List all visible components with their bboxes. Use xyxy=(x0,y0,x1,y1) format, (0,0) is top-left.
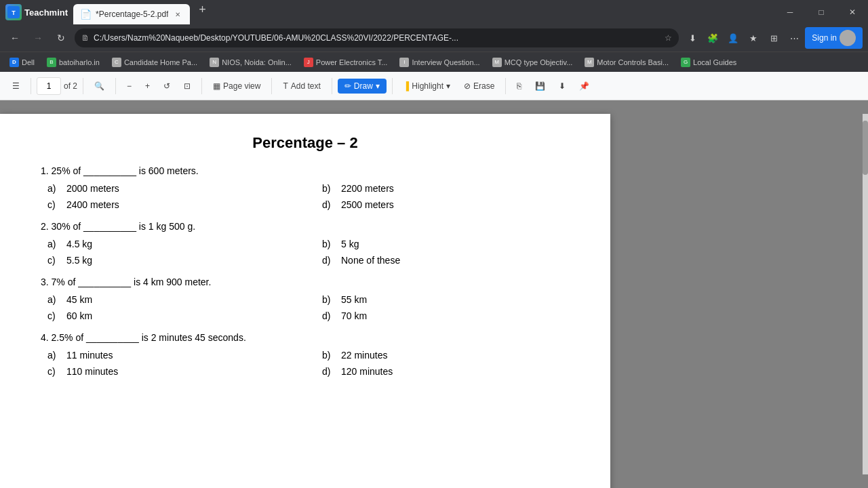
active-tab-label: *Percentage-5-2.pdf xyxy=(96,9,168,19)
rotate-button[interactable]: ↺ xyxy=(158,79,176,94)
q2-option-a: a) 4.5 kg xyxy=(47,237,295,251)
search-button[interactable]: 🔍 xyxy=(89,79,110,94)
page-view-button[interactable]: ▦ Page view xyxy=(208,79,266,94)
zoom-in-button[interactable]: + xyxy=(140,79,155,94)
pdf-scrollbar[interactable] xyxy=(863,114,868,474)
q3-c-text: 60 km xyxy=(66,310,92,321)
page-view-icon: ▦ xyxy=(213,81,220,91)
separator-5 xyxy=(271,78,272,94)
q1-a-label: a) xyxy=(47,183,61,194)
bookmark-dell[interactable]: D Dell xyxy=(5,56,39,68)
q1-d-label: d) xyxy=(322,199,336,210)
extensions-icon[interactable]: 🧩 xyxy=(703,28,722,47)
question-4-text: 4. 2.5% of __________ is 2 minutes 45 se… xyxy=(41,332,570,343)
highlight-button[interactable]: ▐ Highlight ▾ xyxy=(398,79,456,94)
svg-text:T: T xyxy=(12,9,16,16)
bookmark-candidate[interactable]: C Candidate Home Pa... xyxy=(108,56,201,68)
erase-button[interactable]: ⊘ Erase xyxy=(458,79,500,94)
q4-option-a: a) 11 minutes xyxy=(47,348,295,362)
address-bar-row: ← → ↻ 🗎 C:/Users/Nazm%20Naqueeb/Desktop/… xyxy=(0,24,868,52)
separator-1 xyxy=(31,78,31,94)
app-name-label: Teachmint xyxy=(24,7,68,18)
minimize-button[interactable]: ─ xyxy=(774,0,806,24)
downloads-icon[interactable]: ⬇ xyxy=(683,28,702,47)
bookmark-motor-icon: M xyxy=(585,58,594,67)
q4-a-text: 11 minutes xyxy=(66,350,113,361)
draw-chevron-icon: ▾ xyxy=(376,81,380,91)
separator-4 xyxy=(201,78,202,94)
favorites-icon[interactable]: ★ xyxy=(744,28,763,47)
q3-c-label: c) xyxy=(47,310,61,321)
q4-a-label: a) xyxy=(47,350,61,361)
q2-c-label: c) xyxy=(47,255,61,266)
active-tab[interactable]: 📄 *Percentage-5-2.pdf ✕ xyxy=(73,4,190,24)
bookmark-interview[interactable]: I Interview Question... xyxy=(395,56,484,68)
address-bar[interactable]: 🗎 C:/Users/Nazm%20Naqueeb/Desktop/YOUTUB… xyxy=(75,28,679,47)
forward-button[interactable]: → xyxy=(28,28,47,47)
bookmark-localguides[interactable]: G Local Guides xyxy=(677,56,741,68)
pdf-content-area: Percentage – 2 1. 25% of __________ is 6… xyxy=(0,100,868,488)
more-tools-icon[interactable]: ⋯ xyxy=(785,28,804,47)
q3-option-d: d) 70 km xyxy=(322,309,570,323)
fit-button[interactable]: ⊡ xyxy=(178,79,196,94)
q4-d-label: d) xyxy=(322,366,336,377)
q1-option-c: c) 2400 meters xyxy=(47,198,295,211)
q3-option-a: a) 45 km xyxy=(47,293,295,306)
q1-c-text: 2400 meters xyxy=(66,199,119,210)
separator-7 xyxy=(392,78,393,94)
profile-icon[interactable]: 👤 xyxy=(724,28,743,47)
q2-d-text: None of these xyxy=(341,255,400,266)
rotate-icon: ↺ xyxy=(163,81,170,91)
pin-button[interactable]: 📌 xyxy=(574,79,595,94)
q4-option-d: d) 120 minutes xyxy=(322,365,570,378)
question-1: 1. 25% of __________ is 600 meters. a) 2… xyxy=(41,165,570,211)
bookmark-nios[interactable]: N NIOS, Noida: Onlin... xyxy=(205,56,296,68)
question-2-options: a) 4.5 kg b) 5 kg c) 5.5 kg d) xyxy=(47,237,570,267)
back-button[interactable]: ← xyxy=(5,28,24,47)
separator-3 xyxy=(115,78,116,94)
lock-icon: 🗎 xyxy=(81,33,90,43)
collections-icon[interactable]: ⊞ xyxy=(764,28,783,47)
sidebar-toggle-button[interactable]: ☰ xyxy=(7,79,25,94)
q1-text: 25% of __________ is 600 meters. xyxy=(52,165,199,176)
draw-icon: ✏ xyxy=(344,81,351,91)
bookmark-power[interactable]: J Power Electronics T... xyxy=(300,56,392,68)
app-logo: T Teachmint xyxy=(0,0,73,24)
bookmark-candidate-label: Candidate Home Pa... xyxy=(124,58,197,66)
bookmark-star-icon[interactable]: ☆ xyxy=(665,33,672,43)
q1-b-label: b) xyxy=(322,183,336,194)
save-button[interactable]: 💾 xyxy=(530,79,551,94)
add-text-button[interactable]: T Add text xyxy=(277,79,326,94)
maximize-button[interactable]: □ xyxy=(806,0,837,24)
bookmark-power-icon: J xyxy=(304,58,313,67)
bookmark-motor[interactable]: M Motor Controls Basi... xyxy=(580,56,673,68)
download-button[interactable]: ⬇ xyxy=(553,79,571,94)
draw-button[interactable]: ✏ Draw ▾ xyxy=(338,79,387,94)
question-1-options: a) 2000 meters b) 2200 meters c) 2400 me… xyxy=(47,182,570,211)
zoom-out-button[interactable]: − xyxy=(121,79,137,94)
page-number-input[interactable] xyxy=(37,77,61,95)
bookmark-candidate-icon: C xyxy=(112,58,121,67)
q4-c-text: 110 minutes xyxy=(66,366,118,377)
new-tab-button[interactable]: + xyxy=(193,0,212,19)
bookmark-batoiharlo[interactable]: B batoiharlo.in xyxy=(43,56,104,68)
q4-b-label: b) xyxy=(322,350,336,361)
highlight-icon: ▐ xyxy=(403,81,410,91)
close-button[interactable]: ✕ xyxy=(837,0,868,24)
copy-button[interactable]: ⎘ xyxy=(511,79,527,94)
q1-d-text: 2500 meters xyxy=(341,199,394,210)
reload-button[interactable]: ↻ xyxy=(52,28,71,47)
highlight-chevron-icon: ▾ xyxy=(446,81,450,91)
profile-avatar xyxy=(840,30,856,46)
q2-b-text: 5 kg xyxy=(341,239,359,249)
q2-number: 2. xyxy=(41,221,49,232)
erase-icon: ⊘ xyxy=(464,81,471,91)
sign-in-button[interactable]: Sign in xyxy=(805,27,863,49)
sidebar-toggle-icon: ☰ xyxy=(12,81,20,91)
bookmark-mcq[interactable]: M MCQ type Objectiv... xyxy=(488,56,577,68)
title-tabs-bar: T Teachmint 📄 *Percentage-5-2.pdf ✕ + ─ … xyxy=(0,0,868,24)
tab-close-button[interactable]: ✕ xyxy=(172,9,183,20)
q4-number: 4. xyxy=(41,332,49,343)
pin-icon: 📌 xyxy=(579,81,589,91)
pdf-scrollbar-thumb[interactable] xyxy=(863,121,868,175)
